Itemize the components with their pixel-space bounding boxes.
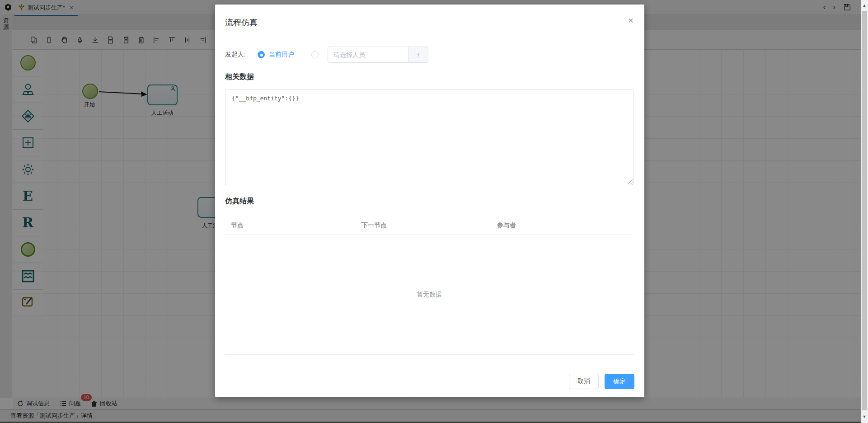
- related-data-textarea[interactable]: {"__bfp_entity":{}}: [225, 89, 633, 185]
- ok-button[interactable]: 确定: [605, 374, 634, 389]
- app-window: Primeton-IDE ‹ › 资 源 测试同步生产* ×: [0, 0, 868, 423]
- scroll-up-icon[interactable]: ▲: [861, 2, 868, 9]
- simulation-result-heading: 仿真结果: [225, 197, 254, 206]
- related-data-heading: 相关数据: [225, 72, 254, 82]
- radio-select-person[interactable]: [311, 51, 319, 58]
- column-participant: 参与者: [497, 221, 633, 230]
- column-next-node: 下一节点: [361, 221, 497, 230]
- dialog-title: 流程仿真: [225, 17, 258, 28]
- scrollbar-thumb[interactable]: [862, 11, 867, 410]
- vertical-scrollbar[interactable]: ▲ ▼: [861, 0, 868, 423]
- result-table-header: 节点 下一节点 参与者: [225, 216, 633, 235]
- process-simulation-dialog: 流程仿真 × 发起人: 当前用户 + 相关数据 {"__bfp_entity":…: [215, 5, 644, 397]
- initiator-row: 发起人: 当前用户 +: [225, 47, 428, 63]
- dialog-footer: 取消 确定: [569, 374, 634, 389]
- footer-divider: [225, 354, 633, 355]
- radio-current-user-label[interactable]: 当前用户: [269, 51, 294, 59]
- dialog-close-icon[interactable]: ×: [628, 15, 633, 26]
- cancel-button[interactable]: 取消: [569, 374, 599, 389]
- radio-current-user[interactable]: [258, 51, 265, 58]
- scroll-down-icon[interactable]: ▼: [861, 413, 868, 420]
- add-person-button[interactable]: +: [408, 47, 428, 63]
- column-node: 节点: [225, 221, 361, 230]
- result-empty-placeholder: 暂无数据: [225, 235, 633, 354]
- person-select-input[interactable]: [328, 47, 408, 63]
- initiator-label: 发起人:: [225, 51, 246, 59]
